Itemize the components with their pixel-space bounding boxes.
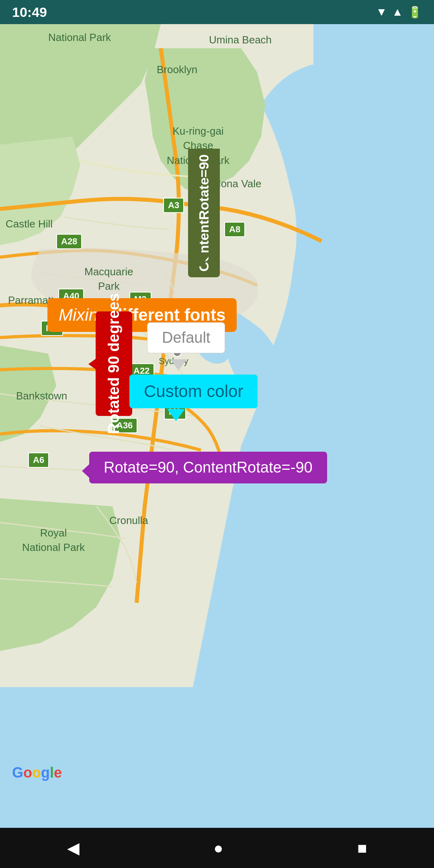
recents-button[interactable]: ■ <box>357 839 367 857</box>
signal-icon: ▲ <box>392 6 403 18</box>
status-bar: 10:49 ▼ ▲ 🔋 <box>0 0 434 24</box>
status-time: 10:49 <box>12 4 47 20</box>
road-badge-a3: A3 <box>163 198 184 213</box>
rotate90-label: Rotate=90, ContentRotate=-90 <box>89 452 327 483</box>
battery-icon: 🔋 <box>408 6 422 19</box>
rotate90-arrow <box>82 461 93 481</box>
map-background <box>0 24 434 828</box>
road-badge-a28: A28 <box>56 234 82 249</box>
nav-bar: ◀ ● ■ <box>0 828 434 868</box>
road-badge-a6: A6 <box>28 452 49 468</box>
content-rotate-arrow <box>188 252 212 267</box>
wifi-icon: ▼ <box>376 6 387 18</box>
status-icons: ▼ ▲ 🔋 <box>376 6 422 19</box>
rotated-90-arrow <box>88 354 103 375</box>
custom-color-arrow <box>167 409 185 421</box>
default-label-arrow <box>170 359 186 371</box>
google-logo: Google <box>12 764 62 781</box>
map-container[interactable]: National Park Umina Beach Brooklyn Ku-ri… <box>0 24 434 828</box>
road-badge-a8: A8 <box>224 222 245 237</box>
home-button[interactable]: ● <box>213 839 223 857</box>
custom-color-label: Custom color <box>129 375 258 408</box>
default-label: Default <box>147 322 225 353</box>
back-button[interactable]: ◀ <box>67 839 80 857</box>
